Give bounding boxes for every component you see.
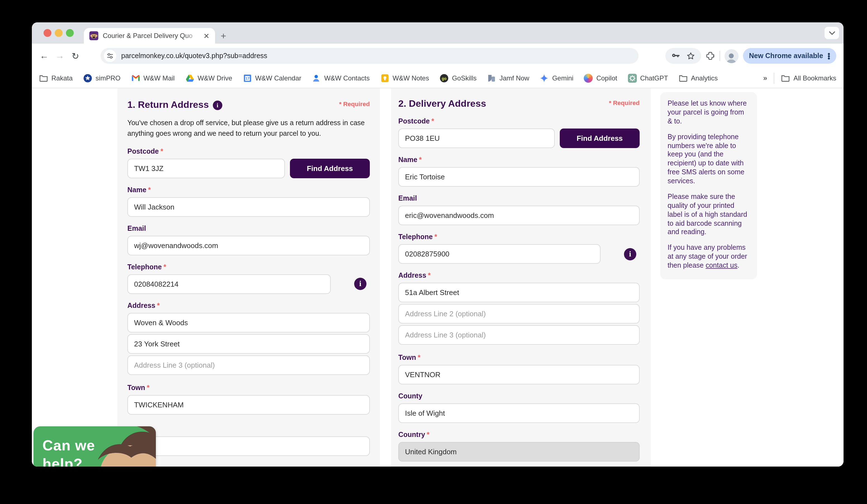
delivery-find-address-button[interactable]: Find Address [560, 129, 640, 148]
forward-button[interactable]: → [52, 51, 67, 61]
svg-text:go: go [442, 76, 447, 81]
return-telephone-label: Telephone* [127, 263, 370, 271]
delivery-town-label: Town* [398, 354, 640, 362]
page-content: 1. Return Address i * Required You've ch… [32, 88, 844, 467]
return-address-label: Address* [127, 302, 370, 310]
back-button[interactable]: ← [36, 51, 52, 61]
return-address-line3-input[interactable] [127, 355, 370, 375]
chevron-down-icon [829, 31, 835, 35]
tab-close-icon[interactable]: ✕ [203, 32, 210, 40]
delivery-postcode-input[interactable] [398, 129, 555, 148]
bookmark-simpro[interactable]: simPRO [83, 74, 120, 83]
bookmark-analytics[interactable]: Analytics [679, 74, 718, 83]
bookmarks-bar: Rakata simPRO W&W Mail W&W Drive 17 W&W … [32, 68, 844, 88]
delivery-name-input[interactable] [398, 167, 640, 186]
bookmark-ww-notes[interactable]: W&W Notes [381, 74, 429, 83]
tune-icon [107, 53, 114, 59]
delivery-address-line1-input[interactable] [398, 283, 640, 302]
return-address-line2-input[interactable] [127, 334, 370, 354]
delivery-address-line2-input[interactable] [398, 304, 640, 323]
bookmark-ww-contacts[interactable]: W&W Contacts [312, 74, 370, 83]
delivery-email-input[interactable] [398, 206, 640, 225]
required-note: * Required [609, 99, 640, 106]
reload-button[interactable]: ↻ [67, 51, 83, 61]
contacts-icon [312, 74, 321, 83]
info-icon[interactable]: i [213, 100, 222, 110]
bookmark-chatgpt[interactable]: ChatGPT [628, 74, 668, 83]
return-name-input[interactable] [127, 197, 370, 217]
sidebar-paragraph: Please let us know where your parcel is … [667, 99, 750, 126]
folder-icon [679, 74, 688, 83]
password-key-icon[interactable] [671, 51, 680, 61]
simpro-icon [83, 74, 92, 83]
drive-icon [185, 74, 194, 83]
contact-us-link[interactable]: contact us [706, 261, 737, 269]
browser-tab[interactable]: Courier & Parcel Delivery Quo ✕ [84, 28, 215, 44]
bookmark-rakata[interactable]: Rakata [39, 74, 73, 83]
tab-strip: Courier & Parcel Delivery Quo ✕ + [32, 22, 844, 44]
telephone-info-icon[interactable]: i [354, 278, 366, 290]
keep-notes-icon [381, 74, 389, 83]
return-address-panel: 1. Return Address i * Required You've ch… [117, 88, 380, 467]
folder-icon [781, 74, 790, 83]
bookmark-ww-mail[interactable]: W&W Mail [131, 74, 174, 83]
delivery-email-label: Email [398, 194, 640, 202]
site-info-button[interactable] [104, 50, 116, 62]
jamf-icon [487, 74, 496, 83]
delivery-county-label: County [398, 392, 640, 400]
help-sidebar: Please let us know where your parcel is … [660, 92, 757, 279]
chatgpt-icon [628, 74, 637, 83]
tab-search-button[interactable] [825, 27, 839, 39]
folder-icon [39, 74, 48, 83]
bookmarks-overflow-button[interactable]: » [763, 74, 767, 82]
delivery-address-line3-input[interactable] [398, 325, 640, 345]
live-chat-badge[interactable]: Can we help? [33, 426, 156, 467]
bookmark-star-icon[interactable] [686, 51, 695, 61]
all-bookmarks-button[interactable]: All Bookmarks [781, 74, 836, 83]
chrome-update-label: New Chrome available [749, 52, 823, 60]
bookmark-jamf-now[interactable]: Jamf Now [487, 74, 529, 83]
return-name-label: Name* [127, 186, 370, 194]
return-telephone-input[interactable] [127, 274, 331, 294]
return-email-input[interactable] [127, 236, 370, 255]
new-tab-button[interactable]: + [221, 31, 226, 41]
zoom-window-button[interactable] [66, 29, 74, 37]
delivery-address-heading: 2. Delivery Address [398, 98, 486, 109]
delivery-town-input[interactable] [398, 365, 640, 384]
close-window-button[interactable] [44, 29, 51, 37]
delivery-address-panel: 2. Delivery Address * Required Postcode*… [391, 88, 651, 467]
return-find-address-button[interactable]: Find Address [290, 159, 370, 178]
sidebar-paragraph: If you have any problems at any stage of… [667, 244, 750, 270]
browser-menu-icon[interactable]: ••• [828, 53, 830, 59]
delivery-county-input[interactable] [398, 404, 640, 423]
return-town-input[interactable] [127, 395, 370, 415]
bookmark-ww-drive[interactable]: W&W Drive [185, 74, 232, 83]
delivery-address-label: Address* [398, 271, 640, 279]
bookmark-goskills[interactable]: go GoSkills [440, 74, 477, 83]
profile-avatar[interactable] [724, 49, 738, 63]
return-county-input[interactable] [127, 436, 370, 456]
minimize-window-button[interactable] [55, 29, 63, 37]
return-postcode-input[interactable] [127, 159, 285, 178]
bookmark-ww-calendar[interactable]: 17 W&W Calendar [243, 74, 301, 83]
extensions-icon[interactable] [705, 51, 715, 61]
window-controls[interactable] [44, 29, 74, 37]
telephone-info-icon[interactable]: i [624, 248, 636, 260]
gmail-icon [131, 74, 140, 83]
chrome-update-pill[interactable]: New Chrome available ••• [743, 48, 836, 64]
screenshot-canvas: Courier & Parcel Delivery Quo ✕ + ← → ↻ [0, 0, 867, 504]
return-postcode-label: Postcode* [127, 148, 370, 156]
bookmark-copilot[interactable]: Copilot [584, 74, 617, 83]
delivery-name-label: Name* [398, 156, 640, 164]
delivery-telephone-input[interactable] [398, 244, 600, 264]
sidebar-paragraph: By providing telephone numbers we're abl… [667, 133, 750, 186]
bookmarks-divider [774, 72, 774, 84]
omnibox-action-pill [665, 48, 701, 64]
return-address-line1-input[interactable] [127, 313, 370, 332]
bookmark-gemini[interactable]: Gemini [540, 74, 574, 83]
toolbar-divider [719, 51, 720, 61]
sidebar-paragraph: Please make sure the quality of your pri… [667, 193, 750, 237]
browser-window: Courier & Parcel Delivery Quo ✕ + ← → ↻ [32, 22, 844, 467]
toolbar-right-cluster: New Chrome available ••• [665, 48, 836, 64]
address-bar[interactable]: parcelmonkey.co.uk/quotev3.php?sub=addre… [100, 48, 639, 64]
